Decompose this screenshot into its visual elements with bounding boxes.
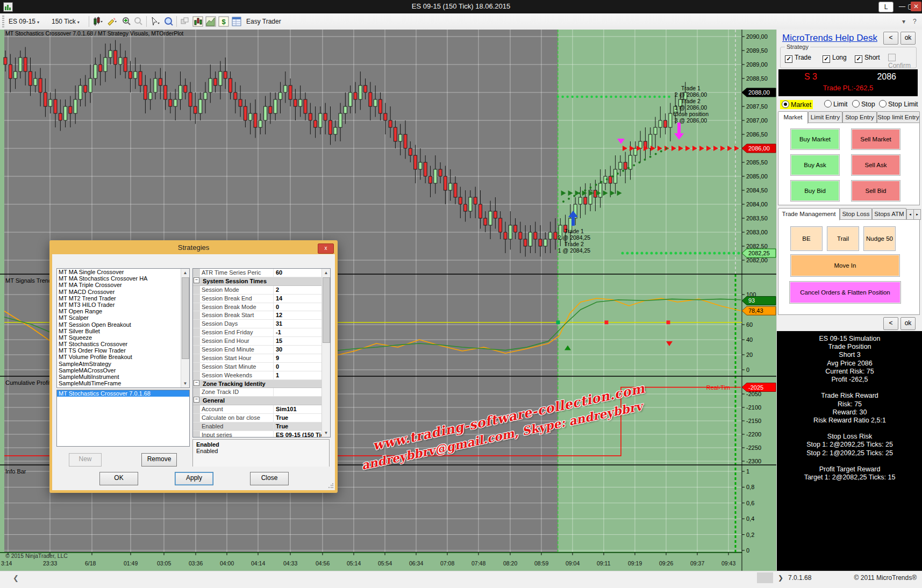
list-item[interactable]: MT MA Single Crossover xyxy=(57,269,189,275)
buy-market-button[interactable]: Buy Market xyxy=(790,128,840,150)
draw-pencil-icon[interactable] xyxy=(106,16,117,27)
collapse-icon[interactable]: − xyxy=(194,397,199,403)
tab-stops-atm[interactable]: Stops ATM xyxy=(872,208,906,220)
chart-type-icon[interactable] xyxy=(192,16,203,27)
strategy-list[interactable]: MT MA Single CrossoverMT MA Stochastics … xyxy=(56,268,190,388)
ok-button[interactable]: ok xyxy=(900,317,916,330)
property-row[interactable]: AccountSim101 xyxy=(193,405,330,414)
back-button[interactable]: < xyxy=(883,32,898,45)
scroll-up-icon[interactable]: ▲ xyxy=(322,269,330,277)
list-item[interactable]: MT MACD Crossover xyxy=(57,289,189,295)
zoom-out-icon[interactable] xyxy=(133,16,144,27)
list-item[interactable]: SampleMultiInstrument xyxy=(57,374,189,380)
property-row[interactable]: Session Break End14 xyxy=(193,295,330,303)
toolbar-overflow-button[interactable]: ▾ xyxy=(902,16,905,27)
close-button[interactable]: ✕ xyxy=(911,2,921,11)
applied-strategy-list[interactable]: MT Stochastics Crossover 7.0.1.68 xyxy=(56,390,190,447)
property-category[interactable]: −Zone Tracking Identity xyxy=(193,380,330,389)
list-item[interactable]: MT TS Order Flow Trader xyxy=(57,347,189,354)
collapse-icon[interactable]: − xyxy=(194,380,199,386)
sell-ask-button[interactable]: Sell Ask xyxy=(851,154,900,176)
list-item[interactable]: MT MT2 Trend Trader xyxy=(57,295,189,302)
buy-ask-button[interactable]: Buy Ask xyxy=(790,154,840,176)
collapse-icon[interactable]: − xyxy=(194,277,199,283)
list-item[interactable]: MT MT3 HILO Trader xyxy=(57,302,189,308)
remove-button[interactable]: Remove xyxy=(141,453,177,467)
order-type-stop[interactable]: Stop xyxy=(852,100,875,108)
order-type-market[interactable]: Market xyxy=(780,100,813,109)
link-icon[interactable] xyxy=(180,16,190,27)
order-type-stop-limit[interactable]: Stop Limit xyxy=(879,100,918,108)
list-item[interactable]: MT Volume Profile Breakout xyxy=(57,354,189,360)
scrollbar-thumb[interactable] xyxy=(757,572,773,583)
scroll-left-icon[interactable]: ❮ xyxy=(13,574,19,582)
zoom-in-icon[interactable] xyxy=(121,16,132,27)
zoom-window-icon[interactable] xyxy=(163,16,174,27)
buy-bid-button[interactable]: Buy Bid xyxy=(790,180,840,202)
apply-button[interactable]: Apply xyxy=(175,472,213,485)
trail-button[interactable]: Trail xyxy=(827,226,859,251)
scroll-down-icon[interactable]: ▼ xyxy=(322,429,330,437)
property-row[interactable]: Input seriesES 09-15 (150 Tick) xyxy=(193,431,330,438)
minimize-button[interactable]: — xyxy=(898,2,906,11)
dom-icon[interactable] xyxy=(231,16,242,27)
sell-bid-button[interactable]: Sell Bid xyxy=(851,180,900,202)
ok-button[interactable]: ok xyxy=(900,32,916,45)
toolbar-grip[interactable] xyxy=(2,16,4,27)
strategy-list-scrollbar[interactable]: ▲ ▼ xyxy=(181,269,189,388)
toolbar-help-button[interactable]: ? xyxy=(913,16,917,27)
checkbox-confirm[interactable]: Confirm xyxy=(888,54,916,69)
period-dropdown[interactable]: 150 Tick▾ xyxy=(52,16,80,27)
scroll-right-icon[interactable]: ❯ xyxy=(778,574,783,582)
chart-style-icon[interactable] xyxy=(92,16,103,27)
ok-button[interactable]: OK xyxy=(99,472,138,485)
property-row[interactable]: Session End Friday-1 xyxy=(193,328,330,337)
property-row[interactable]: Session End Minute30 xyxy=(193,346,330,354)
property-row[interactable]: ATR Time Series Peric60 xyxy=(193,269,330,277)
be-button[interactable]: BE xyxy=(790,226,823,251)
tab-stop-entry[interactable]: Stop Entry xyxy=(842,111,877,123)
property-row[interactable]: Calculate on bar closeTrue xyxy=(193,414,330,422)
list-item[interactable]: MT MA Stochastics Crossover HA xyxy=(57,275,189,282)
sell-market-button[interactable]: Sell Market xyxy=(851,128,900,150)
dialog-close-icon[interactable]: x xyxy=(318,243,334,254)
dollar-icon[interactable]: $ xyxy=(218,16,229,27)
close-dialog-button[interactable]: Close xyxy=(250,472,289,485)
cancel-flatten-button[interactable]: Cancel Orders & Flatten Position xyxy=(789,281,901,304)
property-row[interactable]: Session Weekends1 xyxy=(193,371,330,380)
back-button[interactable]: < xyxy=(883,317,898,330)
move-in-button[interactable]: Move In xyxy=(790,254,900,277)
list-item[interactable]: MT Silver Bullet xyxy=(57,328,189,334)
tab-stop-loss[interactable]: Stop Loss xyxy=(840,208,872,220)
list-item[interactable]: SampleMACrossOver xyxy=(57,367,189,374)
scroll-down-icon[interactable]: ▼ xyxy=(181,379,189,388)
list-item[interactable]: MT Stochastics Crossover 7.0.1.68 xyxy=(57,390,189,397)
order-type-limit[interactable]: Limit xyxy=(824,100,847,108)
scroll-up-icon[interactable]: ▲ xyxy=(181,269,189,277)
property-row[interactable]: Session Break Start12 xyxy=(193,311,330,320)
new-button[interactable]: New xyxy=(69,453,102,467)
tab-limit-entry[interactable]: Limit Entry xyxy=(808,111,842,123)
tab-stop-limit-entry[interactable]: Stop limit Entry xyxy=(877,111,920,123)
checkbox-trade[interactable]: ✓Trade xyxy=(785,54,811,63)
lock-button[interactable]: L xyxy=(878,2,894,12)
property-row[interactable]: Session Mode2 xyxy=(193,286,330,295)
tab-market[interactable]: Market xyxy=(778,111,808,124)
property-grid-scrollbar[interactable]: ▲ ▼ xyxy=(321,269,330,437)
tab-scroll-right-icon[interactable]: ▸ xyxy=(913,209,921,220)
property-row[interactable]: Session Start Minute0 xyxy=(193,363,330,371)
list-item[interactable]: MT Scalper xyxy=(57,314,189,321)
region-icon[interactable] xyxy=(205,16,216,27)
list-item[interactable]: MT MA Triple Crossover xyxy=(57,282,189,288)
tab-scroll-left-icon[interactable]: ◂ xyxy=(906,209,914,220)
property-row[interactable]: Zone Track ID xyxy=(193,388,330,397)
property-category[interactable]: −System Session Times xyxy=(193,277,330,286)
tab-trade-management[interactable]: Trade Management xyxy=(778,208,840,220)
list-item[interactable]: MT Squeeze xyxy=(57,334,189,341)
property-row[interactable]: EnabledTrue xyxy=(193,422,330,431)
property-row[interactable]: Session Break Mode0 xyxy=(193,303,330,312)
checkbox-long[interactable]: ✓Long xyxy=(823,54,847,63)
property-row[interactable]: Session Start Hour9 xyxy=(193,354,330,363)
property-row[interactable]: Session Days31 xyxy=(193,320,330,328)
property-row[interactable]: Session End Hour15 xyxy=(193,337,330,346)
